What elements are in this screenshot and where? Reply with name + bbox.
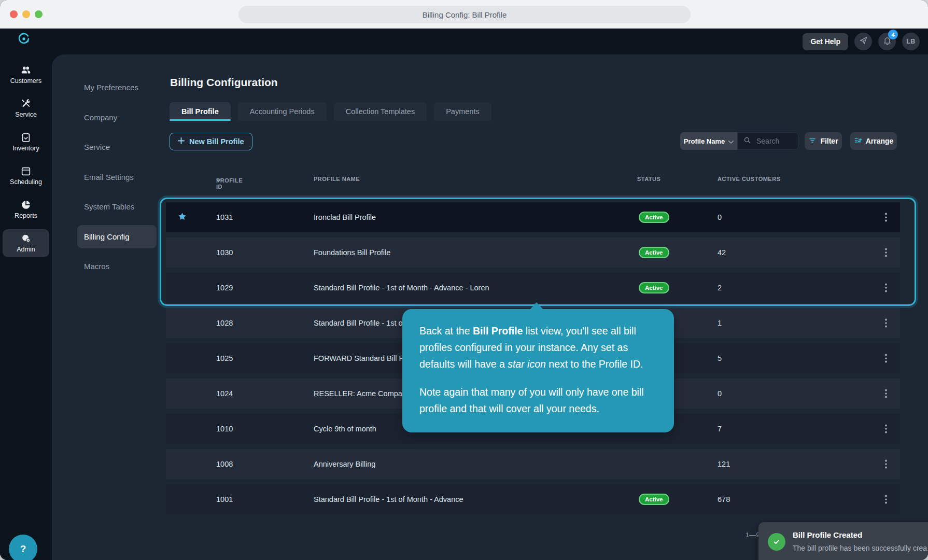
- status-badge: Active: [639, 282, 669, 293]
- column-header-active-customers: Active Customers: [718, 176, 780, 182]
- tab-label: Collection Templates: [346, 107, 415, 116]
- row-menu-button[interactable]: [882, 425, 890, 433]
- row-menu-button[interactable]: [882, 354, 890, 363]
- row-menu-button[interactable]: [882, 319, 890, 328]
- active-customers-count: 2: [718, 284, 722, 292]
- profile-name: Standard Bill Profile - 1st o: [314, 319, 403, 327]
- admin-icon: [3, 232, 49, 244]
- notifications-button[interactable]: 4: [878, 33, 896, 50]
- row-menu-button[interactable]: [882, 389, 890, 398]
- new-bill-profile-button[interactable]: New Bill Profile: [170, 133, 252, 150]
- nav-rail-item[interactable]: Admin: [3, 229, 49, 257]
- minimize-window-button[interactable]: [22, 10, 30, 18]
- tab[interactable]: Bill Profile: [170, 102, 231, 121]
- settings-nav-item[interactable]: Macros: [77, 255, 157, 278]
- close-window-button[interactable]: [10, 10, 18, 18]
- active-customers-count: 0: [718, 389, 722, 398]
- tab[interactable]: Accounting Periods: [238, 102, 327, 121]
- row-menu-button[interactable]: [882, 284, 890, 292]
- tooltip-paragraph-2: Note again that many of you will only ha…: [419, 384, 657, 417]
- toast-title: Bill Profile Created: [793, 530, 862, 539]
- toast-message: The bill profile has been successfully c…: [793, 544, 927, 552]
- sort-field-select[interactable]: Profile Name: [680, 132, 737, 150]
- filter-button[interactable]: Filter: [805, 132, 842, 150]
- user-avatar[interactable]: LB: [902, 33, 920, 50]
- tab-bar: Bill Profile Accounting Periods Collecti…: [170, 102, 491, 121]
- arrange-button[interactable]: Arrange: [850, 132, 897, 150]
- nav-rail-item[interactable]: Scheduling: [3, 162, 49, 190]
- reports-icon: [3, 199, 49, 211]
- tab-label: Bill Profile: [181, 107, 219, 116]
- settings-nav-item[interactable]: Email Settings: [77, 165, 157, 189]
- settings-nav-item[interactable]: Billing Config: [77, 225, 157, 248]
- nav-rail-label: Service: [3, 111, 49, 118]
- tab[interactable]: Payments: [434, 102, 491, 121]
- inventory-icon: [3, 131, 49, 143]
- notification-badge: 4: [888, 30, 898, 39]
- get-help-button[interactable]: Get Help: [803, 33, 848, 50]
- settings-nav-item[interactable]: System Tables: [77, 195, 157, 218]
- toast-notification: Bill Profile Created The bill profile ha…: [758, 522, 928, 560]
- nav-rail-label: Reports: [3, 212, 49, 219]
- row-menu-button[interactable]: [882, 495, 890, 504]
- settings-nav: My Preferences Company Service Email Set…: [52, 54, 166, 278]
- table-toolbar: Profile Name Filter Arrange: [680, 132, 897, 150]
- profile-name: Standard Bill Profile - 1st of Month - A…: [314, 495, 463, 503]
- profile-id: 1024: [216, 389, 233, 398]
- settings-nav-label: Email Settings: [84, 173, 134, 181]
- send-icon: [859, 36, 868, 48]
- primary-nav-rail: Customers Service Inventory Scheduling R…: [0, 54, 52, 560]
- app-logo-icon[interactable]: [17, 32, 31, 46]
- settings-nav-label: Service: [84, 143, 110, 151]
- profile-id: 1025: [216, 354, 233, 362]
- column-header-status: Status: [637, 176, 660, 182]
- settings-nav-label: Company: [84, 113, 117, 122]
- active-customers-count: 42: [718, 248, 726, 257]
- profile-id: 1029: [216, 284, 233, 292]
- profile-name: RESELLER: Acme Compan: [314, 389, 406, 398]
- app-window: Billing Config: Bill Profile Get Help 4 …: [0, 0, 928, 560]
- row-menu-button[interactable]: [882, 460, 890, 469]
- help-button[interactable]: ?: [9, 535, 37, 560]
- profile-name: Standard Bill Profile - 1st of Month - A…: [314, 284, 489, 292]
- profile-name: Cycle 9th of month: [314, 425, 376, 433]
- row-menu-button[interactable]: [882, 213, 890, 222]
- settings-nav-label: My Preferences: [84, 83, 138, 92]
- nav-rail-item[interactable]: Reports: [3, 195, 49, 223]
- tab[interactable]: Collection Templates: [334, 102, 427, 121]
- settings-nav-label: Macros: [84, 262, 109, 271]
- active-customers-count: 678: [718, 495, 730, 503]
- table-row[interactable]: 1030 Foundations Bill Profile Active 42: [166, 237, 900, 268]
- nav-rail-item[interactable]: Customers: [3, 61, 49, 89]
- zoom-window-button[interactable]: [35, 10, 43, 18]
- nav-rail-label: Inventory: [3, 145, 49, 152]
- nav-rail-item[interactable]: Service: [3, 94, 49, 122]
- nav-rail-label: Customers: [3, 77, 49, 85]
- question-mark-icon: ?: [20, 543, 26, 555]
- status-badge: Active: [639, 494, 669, 505]
- active-customers-count: 5: [718, 354, 722, 362]
- service-icon: [3, 97, 49, 109]
- tab-label: Payments: [446, 107, 479, 116]
- table-row[interactable]: 1008 Anniversary Billing 121: [166, 449, 900, 479]
- active-customers-count: 0: [718, 213, 722, 221]
- table-row[interactable]: 1001 Standard Bill Profile - 1st of Mont…: [166, 484, 900, 514]
- profile-id: 1008: [216, 460, 233, 468]
- default-star-icon: [176, 212, 188, 223]
- app-topbar: Get Help 4 LB: [0, 29, 928, 54]
- scheduling-icon: [3, 165, 49, 177]
- table-row[interactable]: 1031 Ironclad Bill Profile Active 0: [166, 202, 900, 232]
- table-row[interactable]: 1029 Standard Bill Profile - 1st of Mont…: [166, 273, 900, 303]
- settings-nav-item[interactable]: Service: [77, 135, 157, 159]
- active-customers-count: 1: [718, 319, 722, 327]
- row-menu-button[interactable]: [882, 248, 890, 257]
- settings-nav-item[interactable]: My Preferences: [77, 76, 157, 99]
- search-input[interactable]: [755, 136, 799, 146]
- settings-nav-item[interactable]: Company: [77, 106, 157, 129]
- nav-rail-item[interactable]: Inventory: [3, 128, 49, 156]
- window-title: Billing Config: Bill Profile: [238, 6, 691, 23]
- nav-rail-label: Admin: [3, 246, 49, 253]
- profile-id: 1001: [216, 495, 233, 503]
- customers-icon: [3, 64, 49, 76]
- send-button[interactable]: [854, 33, 872, 50]
